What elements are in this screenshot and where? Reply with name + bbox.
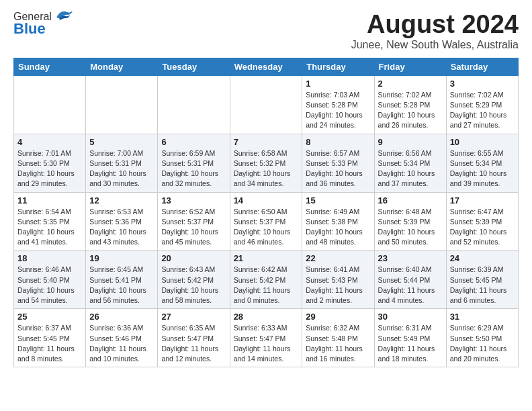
day-number: 7 <box>234 137 299 147</box>
weekday-header: Friday <box>374 58 446 75</box>
day-number: 5 <box>89 137 154 147</box>
day-number: 12 <box>89 195 154 205</box>
day-info: Sunrise: 6:45 AM Sunset: 5:41 PM Dayligh… <box>89 265 154 306</box>
calendar-cell <box>158 75 230 134</box>
calendar-cell: 19Sunrise: 6:45 AM Sunset: 5:41 PM Dayli… <box>86 250 158 309</box>
day-number: 2 <box>378 79 443 89</box>
calendar-cell: 10Sunrise: 6:55 AM Sunset: 5:34 PM Dayli… <box>446 134 518 192</box>
calendar-cell: 30Sunrise: 6:31 AM Sunset: 5:49 PM Dayli… <box>374 309 446 367</box>
logo: General Blue <box>13 11 74 38</box>
day-number: 21 <box>234 253 299 263</box>
day-number: 15 <box>306 195 370 205</box>
page-title: August 2024 <box>351 11 519 39</box>
calendar-cell: 16Sunrise: 6:48 AM Sunset: 5:39 PM Dayli… <box>374 192 446 250</box>
calendar-cell: 21Sunrise: 6:42 AM Sunset: 5:42 PM Dayli… <box>230 250 302 309</box>
calendar-cell: 8Sunrise: 6:57 AM Sunset: 5:33 PM Daylig… <box>302 134 374 192</box>
day-number: 28 <box>234 312 299 322</box>
day-number: 4 <box>17 137 82 147</box>
day-number: 16 <box>378 195 443 205</box>
day-number: 22 <box>306 253 370 263</box>
day-info: Sunrise: 6:55 AM Sunset: 5:34 PM Dayligh… <box>450 148 515 189</box>
calendar-cell: 26Sunrise: 6:36 AM Sunset: 5:46 PM Dayli… <box>86 309 158 367</box>
day-number: 26 <box>89 312 154 322</box>
weekday-header: Wednesday <box>230 58 302 75</box>
page-subtitle: Junee, New South Wales, Australia <box>351 39 519 51</box>
day-info: Sunrise: 6:36 AM Sunset: 5:46 PM Dayligh… <box>89 323 154 364</box>
calendar-cell: 12Sunrise: 6:53 AM Sunset: 5:36 PM Dayli… <box>86 192 158 250</box>
day-number: 19 <box>89 253 154 263</box>
day-number: 30 <box>378 312 443 322</box>
day-info: Sunrise: 6:35 AM Sunset: 5:47 PM Dayligh… <box>161 323 226 364</box>
weekday-header: Monday <box>86 58 158 75</box>
calendar-cell: 15Sunrise: 6:49 AM Sunset: 5:38 PM Dayli… <box>302 192 374 250</box>
day-number: 31 <box>450 312 515 322</box>
day-info: Sunrise: 6:41 AM Sunset: 5:43 PM Dayligh… <box>306 265 370 306</box>
day-number: 17 <box>450 195 515 205</box>
day-number: 14 <box>234 195 299 205</box>
calendar-cell: 14Sunrise: 6:50 AM Sunset: 5:37 PM Dayli… <box>230 192 302 250</box>
day-info: Sunrise: 6:48 AM Sunset: 5:39 PM Dayligh… <box>378 207 443 248</box>
day-info: Sunrise: 7:01 AM Sunset: 5:30 PM Dayligh… <box>17 148 82 189</box>
day-number: 13 <box>161 195 226 205</box>
calendar-cell: 5Sunrise: 7:00 AM Sunset: 5:31 PM Daylig… <box>86 134 158 192</box>
calendar-cell: 3Sunrise: 7:02 AM Sunset: 5:29 PM Daylig… <box>446 75 518 134</box>
day-info: Sunrise: 6:40 AM Sunset: 5:44 PM Dayligh… <box>378 265 443 306</box>
day-info: Sunrise: 6:50 AM Sunset: 5:37 PM Dayligh… <box>234 207 299 248</box>
day-info: Sunrise: 6:54 AM Sunset: 5:35 PM Dayligh… <box>17 207 82 248</box>
day-info: Sunrise: 6:57 AM Sunset: 5:33 PM Dayligh… <box>306 148 370 189</box>
day-number: 29 <box>306 312 370 322</box>
day-info: Sunrise: 7:03 AM Sunset: 5:28 PM Dayligh… <box>306 90 370 131</box>
day-info: Sunrise: 6:52 AM Sunset: 5:37 PM Dayligh… <box>161 207 226 248</box>
day-info: Sunrise: 6:46 AM Sunset: 5:40 PM Dayligh… <box>17 265 82 306</box>
day-info: Sunrise: 6:56 AM Sunset: 5:34 PM Dayligh… <box>378 148 443 189</box>
calendar-cell <box>14 75 86 134</box>
day-number: 8 <box>306 137 370 147</box>
calendar-cell: 6Sunrise: 6:59 AM Sunset: 5:31 PM Daylig… <box>158 134 230 192</box>
day-info: Sunrise: 6:43 AM Sunset: 5:42 PM Dayligh… <box>161 265 226 306</box>
calendar-header-row: SundayMondayTuesdayWednesdayThursdayFrid… <box>14 58 519 75</box>
day-info: Sunrise: 6:37 AM Sunset: 5:45 PM Dayligh… <box>17 323 82 364</box>
day-info: Sunrise: 6:33 AM Sunset: 5:47 PM Dayligh… <box>234 323 299 364</box>
day-number: 25 <box>17 312 82 322</box>
day-number: 11 <box>17 195 82 205</box>
calendar-week-row: 18Sunrise: 6:46 AM Sunset: 5:40 PM Dayli… <box>14 250 519 309</box>
day-info: Sunrise: 7:02 AM Sunset: 5:29 PM Dayligh… <box>450 90 515 131</box>
calendar-cell: 24Sunrise: 6:39 AM Sunset: 5:45 PM Dayli… <box>446 250 518 309</box>
day-info: Sunrise: 6:32 AM Sunset: 5:48 PM Dayligh… <box>306 323 370 364</box>
calendar-cell: 20Sunrise: 6:43 AM Sunset: 5:42 PM Dayli… <box>158 250 230 309</box>
day-number: 1 <box>306 79 370 89</box>
calendar-cell: 13Sunrise: 6:52 AM Sunset: 5:37 PM Dayli… <box>158 192 230 250</box>
day-number: 10 <box>450 137 515 147</box>
calendar-table: SundayMondayTuesdayWednesdayThursdayFrid… <box>13 58 519 367</box>
day-number: 20 <box>161 253 226 263</box>
calendar-cell <box>230 75 302 134</box>
calendar-cell: 28Sunrise: 6:33 AM Sunset: 5:47 PM Dayli… <box>230 309 302 367</box>
calendar-cell: 11Sunrise: 6:54 AM Sunset: 5:35 PM Dayli… <box>14 192 86 250</box>
day-number: 3 <box>450 79 515 89</box>
calendar-cell: 23Sunrise: 6:40 AM Sunset: 5:44 PM Dayli… <box>374 250 446 309</box>
weekday-header: Tuesday <box>158 58 230 75</box>
day-info: Sunrise: 7:00 AM Sunset: 5:31 PM Dayligh… <box>89 148 154 189</box>
calendar-cell: 7Sunrise: 6:58 AM Sunset: 5:32 PM Daylig… <box>230 134 302 192</box>
day-number: 23 <box>378 253 443 263</box>
calendar-cell: 17Sunrise: 6:47 AM Sunset: 5:39 PM Dayli… <box>446 192 518 250</box>
logo-bird-icon <box>54 8 74 23</box>
day-info: Sunrise: 6:53 AM Sunset: 5:36 PM Dayligh… <box>89 207 154 248</box>
calendar-cell <box>86 75 158 134</box>
day-info: Sunrise: 6:42 AM Sunset: 5:42 PM Dayligh… <box>234 265 299 306</box>
calendar-cell: 27Sunrise: 6:35 AM Sunset: 5:47 PM Dayli… <box>158 309 230 367</box>
day-info: Sunrise: 6:29 AM Sunset: 5:50 PM Dayligh… <box>450 323 515 364</box>
calendar-week-row: 11Sunrise: 6:54 AM Sunset: 5:35 PM Dayli… <box>14 192 519 250</box>
day-info: Sunrise: 6:58 AM Sunset: 5:32 PM Dayligh… <box>234 148 299 189</box>
calendar-cell: 2Sunrise: 7:02 AM Sunset: 5:28 PM Daylig… <box>374 75 446 134</box>
day-number: 6 <box>161 137 226 147</box>
calendar-cell: 31Sunrise: 6:29 AM Sunset: 5:50 PM Dayli… <box>446 309 518 367</box>
day-info: Sunrise: 6:59 AM Sunset: 5:31 PM Dayligh… <box>161 148 226 189</box>
page-header: General Blue August 2024 Junee, New Sout… <box>13 11 519 51</box>
day-number: 24 <box>450 253 515 263</box>
calendar-cell: 29Sunrise: 6:32 AM Sunset: 5:48 PM Dayli… <box>302 309 374 367</box>
weekday-header: Sunday <box>14 58 86 75</box>
calendar-cell: 25Sunrise: 6:37 AM Sunset: 5:45 PM Dayli… <box>14 309 86 367</box>
day-info: Sunrise: 6:47 AM Sunset: 5:39 PM Dayligh… <box>450 207 515 248</box>
calendar-week-row: 4Sunrise: 7:01 AM Sunset: 5:30 PM Daylig… <box>14 134 519 192</box>
